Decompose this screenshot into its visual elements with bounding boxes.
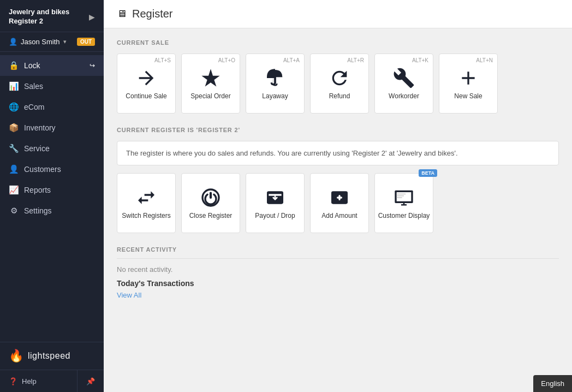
help-icon: ❓ xyxy=(9,377,17,385)
customer-display-icon xyxy=(393,187,415,209)
main-body: CURRENT SALE ALT+S Continue Sale ALT+O S… xyxy=(104,28,572,311)
sidebar-item-label: Settings xyxy=(24,206,52,215)
sidebar-bottom: ❓ Help 📌 xyxy=(0,370,104,392)
register-actions-grid: Switch Registers Close Register Payout /… xyxy=(117,173,559,233)
add-amount-card[interactable]: Add Amount xyxy=(310,173,369,233)
help-label: Help xyxy=(22,377,37,385)
continue-sale-icon xyxy=(135,67,157,89)
pin-button[interactable]: 📌 xyxy=(78,371,104,392)
sidebar-item-label: eCom xyxy=(24,103,44,111)
payout-drop-label: Payout / Drop xyxy=(255,212,295,219)
switch-registers-card[interactable]: Switch Registers xyxy=(117,173,176,233)
store-info: Jewelry and bikes Register 2 xyxy=(9,8,69,26)
current-sale-title: CURRENT SALE xyxy=(117,39,559,46)
refund-icon xyxy=(329,67,350,89)
refund-label: Refund xyxy=(329,92,350,100)
lock-icon: 🔒 xyxy=(9,61,19,70)
layaway-card[interactable]: ALT+A Layaway xyxy=(246,54,305,114)
current-register-section: CURRENT REGISTER IS 'REGISTER 2' The reg… xyxy=(117,127,559,233)
special-order-label: Special Order xyxy=(190,92,230,100)
register-name: Register 2 xyxy=(9,17,69,26)
customer-display-label: Customer Display xyxy=(378,212,430,219)
continue-sale-label: Continue Sale xyxy=(126,92,166,100)
todays-transactions-label: Today's Transactions xyxy=(117,279,559,288)
sidebar: Jewelry and bikes Register 2 ▶ 👤 Jason S… xyxy=(0,0,104,392)
logout-icon[interactable]: ↪ xyxy=(90,62,95,69)
no-activity-text: No recent activity. xyxy=(117,265,559,274)
add-amount-label: Add Amount xyxy=(321,212,357,219)
new-sale-shortcut: ALT+N xyxy=(476,57,493,63)
customers-icon: 👤 xyxy=(9,164,19,174)
layaway-label: Layaway xyxy=(262,92,288,100)
user-name: Jason Smith xyxy=(21,38,60,46)
customer-display-card[interactable]: BETA Customer Display xyxy=(374,173,433,233)
workorder-label: Workorder xyxy=(389,92,419,100)
sidebar-item-label: Reports xyxy=(24,186,51,194)
close-register-icon xyxy=(200,187,222,209)
sidebar-item-lock[interactable]: 🔒 Lock ↪ xyxy=(0,55,104,76)
register-info-box: The register is where you do sales and r… xyxy=(117,141,559,165)
sidebar-item-ecom[interactable]: 🌐 eCom xyxy=(0,97,104,117)
sidebar-item-service[interactable]: 🔧 Service xyxy=(0,138,104,159)
flame-icon: 🔥 xyxy=(9,349,23,363)
sidebar-item-sales[interactable]: 📊 Sales xyxy=(0,76,104,97)
register-description: The register is where you do sales and r… xyxy=(126,149,458,157)
sidebar-item-label: Customers xyxy=(24,165,61,174)
sidebar-item-label: Inventory xyxy=(24,123,56,132)
switch-registers-icon xyxy=(135,187,157,209)
payout-drop-icon xyxy=(264,187,286,209)
workorder-shortcut: ALT+K xyxy=(412,57,428,63)
switch-registers-label: Switch Registers xyxy=(122,212,170,219)
sidebar-item-inventory[interactable]: 📦 Inventory xyxy=(0,117,104,138)
recent-activity-title: RECENT ACTIVITY xyxy=(117,246,559,259)
new-sale-icon xyxy=(457,67,479,89)
special-order-card[interactable]: ALT+O Special Order xyxy=(181,54,240,114)
sidebar-user[interactable]: 👤 Jason Smith ▾ OUT xyxy=(0,32,104,52)
page-title: Register xyxy=(132,8,172,20)
current-sale-grid: ALT+S Continue Sale ALT+O Special Order … xyxy=(117,54,559,114)
ecom-icon: 🌐 xyxy=(9,102,19,112)
logo-text: lightspeed xyxy=(28,351,70,361)
close-register-label: Close Register xyxy=(189,212,233,219)
sidebar-item-label: Lock xyxy=(24,61,40,70)
inventory-icon: 📦 xyxy=(9,123,19,133)
lightspeed-logo: 🔥 lightspeed xyxy=(9,349,95,363)
sidebar-footer: 🔥 lightspeed xyxy=(0,342,104,370)
sidebar-item-label: Service xyxy=(24,144,50,153)
service-icon: 🔧 xyxy=(9,144,19,153)
continue-sale-shortcut: ALT+S xyxy=(154,57,171,63)
refund-shortcut: ALT+R xyxy=(347,57,364,63)
user-icon: 👤 xyxy=(9,38,17,46)
current-register-title: CURRENT REGISTER IS 'REGISTER 2' xyxy=(117,127,559,133)
sidebar-header[interactable]: Jewelry and bikes Register 2 ▶ xyxy=(0,0,104,32)
user-chevron-icon: ▾ xyxy=(63,38,67,45)
refund-card[interactable]: ALT+R Refund xyxy=(310,54,369,114)
workorder-card[interactable]: ALT+K Workorder xyxy=(374,54,433,114)
language-button[interactable]: English xyxy=(533,375,572,392)
workorder-icon xyxy=(393,67,415,89)
sidebar-item-customers[interactable]: 👤 Customers xyxy=(0,159,104,180)
payout-drop-card[interactable]: Payout / Drop xyxy=(246,173,305,233)
sidebar-nav: 🔒 Lock ↪ 📊 Sales 🌐 eCom 📦 Inventory 🔧 Se… xyxy=(0,52,104,342)
store-name: Jewelry and bikes xyxy=(9,8,69,17)
special-order-icon xyxy=(200,67,222,89)
main-content-area: 🖥 Register CURRENT SALE ALT+S Continue S… xyxy=(104,0,572,392)
reports-icon: 📈 xyxy=(9,185,19,195)
sidebar-item-reports[interactable]: 📈 Reports xyxy=(0,180,104,200)
sales-icon: 📊 xyxy=(9,81,19,91)
help-button[interactable]: ❓ Help xyxy=(0,371,77,392)
sidebar-item-settings[interactable]: ⚙ Settings xyxy=(0,200,104,221)
continue-sale-card[interactable]: ALT+S Continue Sale xyxy=(117,54,176,114)
close-register-card[interactable]: Close Register xyxy=(181,173,240,233)
register-header-icon: 🖥 xyxy=(117,8,127,20)
recent-activity-section: RECENT ACTIVITY No recent activity. Toda… xyxy=(117,246,559,300)
pin-icon: 📌 xyxy=(86,377,95,385)
current-sale-section: CURRENT SALE ALT+S Continue Sale ALT+O S… xyxy=(117,39,559,114)
sidebar-item-label: Sales xyxy=(24,82,43,91)
view-all-link[interactable]: View All xyxy=(117,291,141,299)
sidebar-chevron-icon: ▶ xyxy=(89,13,95,21)
new-sale-label: New Sale xyxy=(454,92,482,100)
new-sale-card[interactable]: ALT+N New Sale xyxy=(439,54,498,114)
special-order-shortcut: ALT+O xyxy=(218,57,235,63)
beta-badge: BETA xyxy=(419,169,437,177)
